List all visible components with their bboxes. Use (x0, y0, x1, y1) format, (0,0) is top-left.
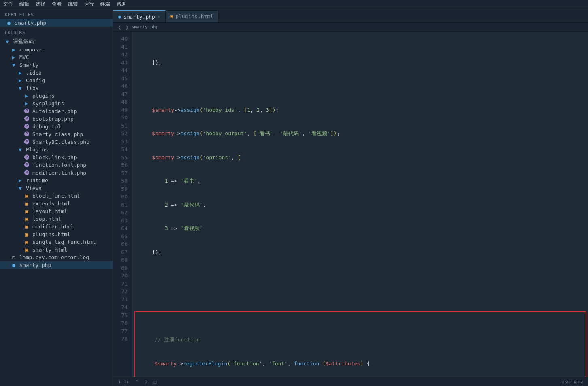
code-content[interactable]: ]); $smarty->assign('hobby_ids', [1, 2, … (133, 32, 588, 377)
folder-libs[interactable]: ▼ libs (0, 84, 113, 92)
folder-expand-icon: ▼ (16, 147, 24, 153)
tab-close-button[interactable]: ✕ (158, 14, 160, 19)
code-line-45: 1 => '看书', (133, 177, 588, 185)
folder-coursesource[interactable]: ▼ 课堂源码 (0, 37, 113, 46)
menu-item-terminal[interactable]: 终端 (100, 1, 110, 8)
file-label: smarty.php (19, 262, 113, 268)
editor-area: ● smarty.php ✕ ▣ plugins.html ❮ ❯ smarty… (113, 9, 588, 386)
file-html-icon: ▣ (23, 224, 31, 230)
code-line-46: 2 => '敲代码', (133, 201, 588, 209)
menu-item-view[interactable]: 查看 (52, 1, 62, 8)
folder-expand-icon: ▼ (10, 62, 18, 68)
file-label: layout.html (32, 208, 113, 214)
menu-item-edit[interactable]: 编辑 (19, 1, 29, 8)
folder-Plugins[interactable]: ▼ Plugins (0, 146, 113, 154)
folder-icon: ▶ (16, 77, 24, 83)
folder-runtime[interactable]: ▶ runtime (0, 177, 113, 184)
folder-icon: ▶ (23, 93, 31, 99)
status-arrows: ↓ T↕ (118, 379, 129, 384)
menu-item-select[interactable]: 选择 (36, 1, 45, 8)
file-modifier-html[interactable]: ▣ modifier.html (0, 223, 113, 230)
file-loop-html[interactable]: ▣ loop.html (0, 215, 113, 223)
nav-back-button[interactable]: ❮ (117, 24, 122, 30)
code-line-49 (133, 272, 588, 280)
file-html-icon: ▣ (23, 231, 31, 237)
highlight-section: // 注册function $smarty->registerPlugin('f… (134, 311, 586, 377)
open-file-label: smarty.php (15, 20, 113, 26)
file-debug-tpl[interactable]: 🅟 debug.tpl (0, 123, 113, 130)
code-container[interactable]: 4041424344 4546474849 5051525354 5556575… (113, 32, 588, 377)
folder-composer[interactable]: ▶ composer (0, 46, 113, 53)
code-line-43: $smarty->assign('hobby_output', ['看书', '… (133, 130, 588, 138)
folder-label: Views (26, 185, 113, 191)
menu-item-goto[interactable]: 跳转 (68, 1, 78, 8)
folder-icon: ▶ (16, 177, 24, 183)
tab-plugins-html[interactable]: ▣ plugins.html (166, 10, 219, 22)
folder-label: Plugins (26, 147, 113, 153)
code-line-40: ]); (133, 59, 588, 67)
file-html-icon: ▣ (23, 247, 31, 253)
code-line-50: // 注册function (135, 336, 586, 344)
file-block-func-html[interactable]: ▣ block_func.html (0, 192, 113, 200)
file-active-icon: ● (5, 20, 13, 26)
file-php-icon: 🅟 (23, 162, 31, 168)
status-bar: ↓ T↕ " I □ username (113, 377, 588, 386)
folder-label: Smarty (19, 62, 113, 68)
folder-plugins[interactable]: ▶ plugins (0, 92, 113, 100)
folder-label: sysplugins (32, 100, 113, 107)
status-box: □ (154, 379, 157, 384)
folder-config[interactable]: ▶ Config (0, 77, 113, 84)
file-label: modifier.link.php (32, 170, 113, 176)
file-block-link[interactable]: 🅟 block.link.php (0, 154, 113, 161)
folder-label: 课堂源码 (13, 38, 113, 45)
file-label: bootstrap.php (32, 116, 113, 122)
nav-forward-button[interactable]: ❯ (124, 24, 130, 30)
file-label: SmartyBC.class.php (32, 139, 113, 145)
code-line-48: ]); (133, 248, 588, 256)
open-files-label: OPEN FILES (0, 9, 113, 19)
file-bootstrap[interactable]: 🅟 bootstrap.php (0, 115, 113, 123)
menu-item-file[interactable]: 文件 (3, 1, 13, 8)
file-tpl-icon: 🅟 (23, 124, 31, 130)
file-label: loop.html (32, 216, 113, 222)
file-html-icon: ▣ (23, 200, 31, 207)
file-autoloader[interactable]: 🅟 Autoloader.php (0, 107, 113, 115)
line-numbers: 4041424344 4546474849 5051525354 5556575… (113, 32, 133, 377)
folder-sysplugins[interactable]: ▶ sysplugins (0, 100, 113, 107)
folder-mvc[interactable]: ▶ MVC (0, 53, 113, 61)
tab-label: smarty.php (124, 14, 155, 20)
file-log-icon: ◻ (10, 254, 18, 260)
folder-smarty[interactable]: ▼ Smarty (0, 61, 113, 69)
menu-item-help[interactable]: 帮助 (117, 1, 126, 8)
file-function-font[interactable]: 🅟 function.font.php (0, 161, 113, 169)
file-smartybc-class[interactable]: 🅟 SmartyBC.class.php (0, 138, 113, 146)
file-active-icon: ● (10, 262, 18, 268)
folder-label: .idea (26, 70, 113, 76)
file-label: single_tag_func.html (32, 239, 113, 245)
tab-smarty-php[interactable]: ● smarty.php ✕ (113, 10, 166, 22)
file-extends-html[interactable]: ▣ extends.html (0, 200, 113, 207)
folder-idea[interactable]: ▶ .idea (0, 69, 113, 77)
file-plugins-html[interactable]: ▣ plugins.html (0, 230, 113, 238)
tab-file-icon: ● (118, 14, 121, 19)
menu-item-run[interactable]: 运行 (84, 1, 94, 8)
open-file-smarty-php[interactable]: ● smarty.php (0, 19, 113, 27)
file-label: block_func.html (32, 193, 113, 199)
file-html-icon: ▣ (23, 239, 31, 245)
file-label: plugins.html (32, 231, 113, 237)
file-smarty-html[interactable]: ▣ smarty.html (0, 246, 113, 254)
folder-expand-icon: ▼ (16, 185, 24, 191)
file-layout-html[interactable]: ▣ layout.html (0, 207, 113, 215)
folder-views[interactable]: ▼ Views (0, 184, 113, 192)
file-php-icon: 🅟 (23, 108, 31, 114)
file-smarty-class[interactable]: 🅟 Smarty.class.php (0, 130, 113, 138)
status-username: username (562, 379, 583, 384)
file-modifier-link[interactable]: 🅟 modifier.link.php (0, 169, 113, 177)
breadcrumb-item: smarty.php (132, 24, 158, 30)
menu-bar: 文件 编辑 选择 查看 跳转 运行 终端 帮助 (0, 0, 588, 9)
file-error-log[interactable]: ◻ lamp.cyy.com-error.log (0, 254, 113, 261)
file-single-tag-html[interactable]: ▣ single_tag_func.html (0, 238, 113, 246)
code-line-44: $smarty->assign('options', [ (133, 154, 588, 162)
file-smarty-php-main[interactable]: ● smarty.php (0, 261, 113, 269)
status-quote: " (136, 379, 138, 384)
